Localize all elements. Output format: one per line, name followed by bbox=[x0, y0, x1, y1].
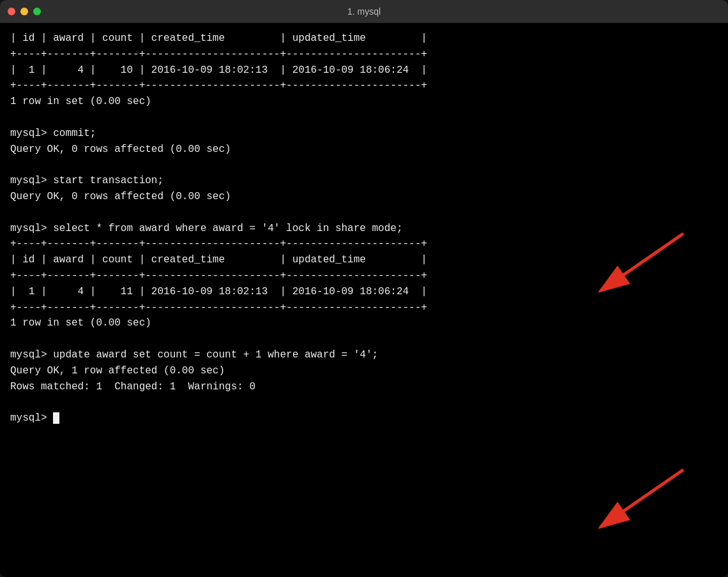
traffic-lights bbox=[8, 8, 41, 15]
terminal-line: 1 row in set (0.00 sec) bbox=[10, 315, 718, 331]
maximize-button[interactable] bbox=[33, 8, 41, 15]
close-button[interactable] bbox=[8, 8, 15, 15]
arrow-1 bbox=[562, 227, 690, 304]
terminal-line bbox=[10, 331, 718, 347]
terminal-line bbox=[10, 205, 718, 221]
terminal-line: mysql> update award set count = count + … bbox=[10, 347, 718, 363]
terminal-line bbox=[10, 157, 718, 173]
terminal-line: | 1 | 4 | 10 | 2016-10-09 18:02:13 | 201… bbox=[10, 63, 718, 79]
terminal-line: +----+-------+-------+------------------… bbox=[10, 47, 718, 63]
terminal-line: mysql> start transaction; bbox=[10, 173, 718, 189]
terminal-line: Query OK, 0 rows affected (0.00 sec) bbox=[10, 189, 718, 205]
terminal-line: Query OK, 1 row affected (0.00 sec) bbox=[10, 363, 718, 379]
terminal-line: 1 row in set (0.00 sec) bbox=[10, 94, 718, 110]
terminal-line bbox=[10, 110, 718, 126]
terminal-line: | id | award | count | created_time | up… bbox=[10, 31, 718, 47]
terminal-line: Query OK, 0 rows affected (0.00 sec) bbox=[10, 142, 718, 158]
terminal-content[interactable]: | id | award | count | created_time | up… bbox=[0, 23, 728, 577]
cursor bbox=[53, 412, 59, 424]
terminal-prompt-line[interactable]: mysql> bbox=[10, 410, 718, 426]
minimize-button[interactable] bbox=[20, 8, 28, 15]
terminal-line: mysql> commit; bbox=[10, 126, 718, 142]
terminal-line: Rows matched: 1 Changed: 1 Warnings: 0 bbox=[10, 379, 718, 395]
terminal-window: 1. mysql | id | award | count | created_… bbox=[0, 0, 728, 577]
title-bar: 1. mysql bbox=[0, 0, 728, 23]
svg-line-3 bbox=[600, 470, 683, 527]
terminal-line bbox=[10, 394, 718, 410]
arrow-2 bbox=[562, 463, 690, 540]
window-title: 1. mysql bbox=[347, 6, 381, 17]
terminal-line: +----+-------+-------+------------------… bbox=[10, 78, 718, 94]
svg-line-1 bbox=[600, 234, 683, 291]
